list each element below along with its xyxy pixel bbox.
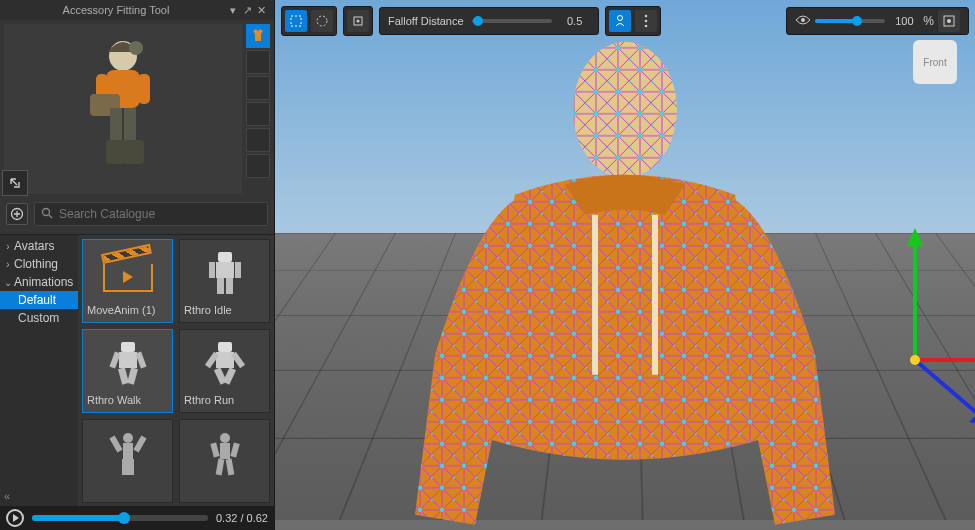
zoom-unit: % — [923, 14, 934, 28]
tree-label: Clothing — [14, 257, 58, 271]
tool-slot-2[interactable] — [246, 50, 270, 74]
svg-point-29 — [573, 42, 677, 178]
animation-thumb-moveanim[interactable]: MoveAnim (1) — [82, 239, 173, 323]
zoom-value: 100 — [889, 15, 919, 27]
pivot-button[interactable] — [347, 10, 369, 32]
search-input[interactable] — [59, 207, 261, 221]
svg-point-47 — [947, 19, 951, 23]
visibility-icon[interactable] — [795, 14, 811, 29]
timeline-slider[interactable] — [32, 515, 208, 521]
tree-label: Animations — [14, 275, 73, 289]
select-mode-button[interactable] — [285, 10, 307, 32]
preview-tool-column — [246, 24, 270, 194]
clothing-tool-button[interactable] — [246, 24, 270, 48]
collapse-tree-button[interactable]: « — [4, 490, 10, 502]
svg-rect-6 — [110, 108, 122, 142]
viewport[interactable]: Falloff Distance 0.5 100 % Fro — [275, 0, 975, 530]
time-label: 0.32 / 0.62 — [216, 512, 268, 524]
svg-rect-22 — [230, 442, 239, 457]
mannequin-preview[interactable] — [4, 24, 242, 194]
animation-thumb-rthro-idle[interactable]: Rthro Idle — [179, 239, 270, 323]
chevron-down-icon[interactable]: ▾ — [226, 3, 240, 17]
svg-rect-4 — [138, 74, 150, 104]
play-button[interactable] — [6, 509, 24, 527]
slider-knob[interactable] — [852, 16, 862, 26]
svg-point-36 — [910, 355, 920, 365]
view-cube[interactable]: Front — [913, 40, 957, 84]
zoom-slider[interactable] — [815, 19, 885, 23]
view-cube-face: Front — [923, 57, 946, 68]
animation-thumb-5[interactable] — [82, 419, 173, 503]
svg-rect-24 — [225, 459, 234, 476]
svg-rect-17 — [122, 459, 128, 475]
svg-point-42 — [644, 15, 647, 18]
svg-rect-20 — [220, 443, 230, 459]
popout-preview-button[interactable] — [2, 170, 28, 196]
move-gizmo[interactable] — [835, 220, 975, 443]
tree-item-clothing[interactable]: ›Clothing — [0, 255, 78, 273]
svg-rect-18 — [128, 459, 134, 475]
play-icon — [13, 514, 19, 522]
zoom-group: 100 % — [786, 7, 969, 35]
humanoid-icon — [207, 342, 243, 386]
silhouette-icon — [108, 430, 148, 478]
tree-item-custom[interactable]: Custom — [0, 309, 78, 327]
falloff-slider[interactable] — [472, 19, 552, 23]
search-icon — [41, 207, 53, 222]
undock-icon[interactable]: ↗ — [240, 3, 254, 17]
svg-rect-7 — [124, 108, 136, 142]
tree-label: Custom — [18, 311, 59, 325]
category-tree: ›Avatars ›Clothing ⌄Animations Default C… — [0, 235, 78, 506]
cage-toggle-button[interactable] — [609, 10, 631, 32]
tree-item-default[interactable]: Default — [0, 291, 78, 309]
select-mode-group — [281, 6, 337, 36]
tree-item-avatars[interactable]: ›Avatars — [0, 237, 78, 255]
svg-rect-37 — [291, 16, 301, 26]
tool-slot-6[interactable] — [246, 154, 270, 178]
svg-marker-31 — [907, 228, 923, 246]
svg-point-1 — [129, 41, 143, 55]
preview-character — [68, 34, 178, 184]
avatar-mesh[interactable] — [365, 15, 885, 530]
thumb-label: MoveAnim (1) — [87, 304, 168, 318]
animation-thumb-6[interactable] — [179, 419, 270, 503]
thumb-label — [87, 484, 168, 498]
svg-rect-8 — [106, 140, 126, 164]
more-button[interactable] — [635, 10, 657, 32]
svg-line-12 — [49, 215, 52, 218]
pivot-group — [343, 6, 373, 36]
svg-point-13 — [123, 433, 133, 443]
tree-label: Avatars — [14, 239, 54, 253]
slider-fill — [815, 19, 857, 23]
svg-rect-23 — [215, 459, 224, 476]
thumb-label: Rthro Run — [184, 394, 265, 408]
timeline-knob[interactable] — [118, 512, 130, 524]
falloff-slider-group: Falloff Distance 0.5 — [379, 7, 599, 35]
animation-thumb-rthro-walk[interactable]: Rthro Walk — [82, 329, 173, 413]
svg-rect-15 — [109, 436, 122, 453]
svg-point-44 — [644, 25, 647, 28]
humanoid-icon — [110, 342, 146, 386]
lasso-mode-button[interactable] — [311, 10, 333, 32]
playback-bar: 0.32 / 0.62 — [0, 506, 274, 530]
svg-point-19 — [220, 433, 230, 443]
tool-slot-4[interactable] — [246, 102, 270, 126]
falloff-value: 0.5 — [560, 15, 590, 27]
close-icon[interactable]: ✕ — [254, 3, 268, 17]
thumb-label: Rthro Walk — [87, 394, 168, 408]
catalogue-row: ›Avatars ›Clothing ⌄Animations Default C… — [0, 234, 274, 506]
search-box[interactable] — [34, 202, 268, 226]
slider-knob[interactable] — [473, 16, 483, 26]
svg-rect-9 — [124, 140, 144, 164]
tree-item-animations[interactable]: ⌄Animations — [0, 273, 78, 291]
tool-slot-3[interactable] — [246, 76, 270, 100]
search-row — [0, 194, 274, 234]
add-button[interactable] — [6, 203, 28, 225]
svg-rect-21 — [210, 442, 219, 457]
frame-button[interactable] — [938, 10, 960, 32]
tree-label: Default — [18, 293, 56, 307]
tool-slot-5[interactable] — [246, 128, 270, 152]
animation-thumb-rthro-run[interactable]: Rthro Run — [179, 329, 270, 413]
timeline-fill — [32, 515, 124, 521]
svg-point-11 — [43, 208, 50, 215]
